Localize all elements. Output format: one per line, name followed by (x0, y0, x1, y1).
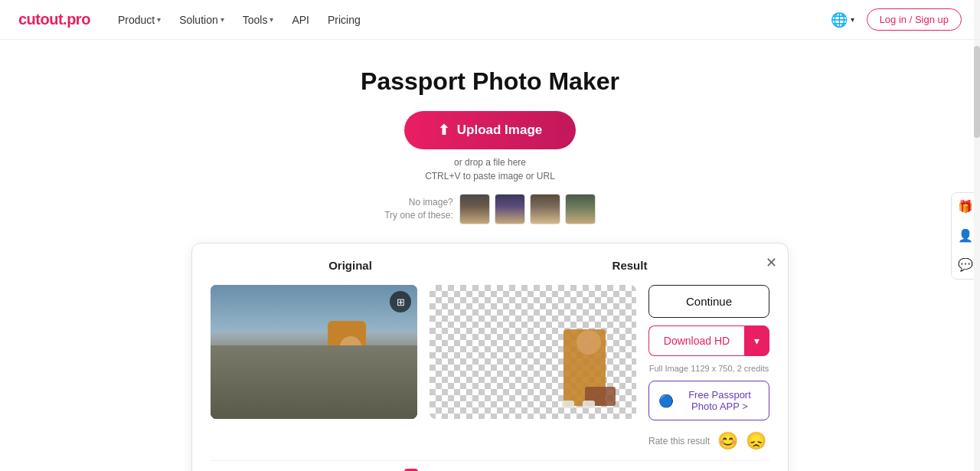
lang-chevron-icon: ▾ (851, 15, 854, 24)
happy-rate-icon[interactable]: 😊 (717, 431, 738, 451)
sad-rate-icon[interactable]: 😞 (746, 431, 766, 451)
road-element (291, 345, 337, 419)
passport-app-icon: 🔵 (658, 394, 674, 408)
no-image-label: No image?Try one of these: (384, 196, 453, 222)
result-body: ⊞ Continue Download HD ▾ Full Image 1129… (211, 285, 769, 451)
original-header: Original (211, 259, 490, 273)
main-content: Passport Photo Maker ⬆ Upload Image or d… (0, 40, 980, 471)
nav-product-label: Product (118, 14, 155, 26)
upload-label: Upload Image (457, 123, 542, 138)
chevron-down-icon: ▾ (220, 15, 224, 24)
original-label: Original (328, 259, 372, 272)
nav-solution[interactable]: Solution ▾ (179, 14, 224, 26)
original-photo (211, 285, 417, 419)
result-panel: ✕ Original Result (191, 243, 789, 471)
passport-app-button[interactable]: 🔵 Free Passport Photo APP > (648, 381, 769, 420)
credits-text: Full Image 1129 x 750, 2 credits (648, 364, 769, 373)
scrollbar-thumb[interactable] (974, 46, 980, 138)
scrollbar-track (974, 0, 980, 471)
result-image (430, 285, 636, 419)
nav-pricing[interactable]: Pricing (328, 14, 361, 26)
original-image: ⊞ (211, 285, 417, 419)
logo[interactable]: cutout.pro (18, 11, 90, 28)
side-actions: Continue Download HD ▾ Full Image 1129 x… (648, 285, 769, 451)
sky-element (211, 285, 417, 332)
rate-section: Rate this result 😊 😞 (648, 431, 769, 451)
logo-text-main: cutout (18, 11, 63, 28)
upload-button[interactable]: ⬆ Upload Image (404, 111, 576, 149)
nav-tools[interactable]: Tools ▾ (243, 14, 274, 26)
ground-element (211, 345, 417, 419)
sample-image-3[interactable] (530, 194, 560, 224)
result-header-col: Result (490, 259, 769, 273)
nav-tools-label: Tools (243, 14, 268, 26)
cutout-shoe1 (583, 401, 595, 408)
result-header: Original Result (211, 259, 769, 273)
continue-button[interactable]: Continue (648, 285, 769, 318)
download-hd-button[interactable]: Download HD (648, 325, 744, 356)
nav-pricing-label: Pricing (328, 14, 361, 26)
close-button[interactable]: ✕ (766, 254, 777, 271)
language-selector[interactable]: 🌐 ▾ (831, 11, 854, 28)
nav-product[interactable]: Product ▾ (118, 14, 161, 26)
result-footer: 📷 Professional Studio Photo Maker > (211, 460, 769, 471)
chevron-down-icon: ▾ (157, 15, 161, 24)
logo-text-pro: pro (67, 11, 90, 28)
navbar: cutout.pro Product ▾ Solution ▾ Tools ▾ … (0, 0, 980, 40)
translate-icon: 🌐 (831, 11, 848, 28)
nav-solution-label: Solution (179, 14, 218, 26)
sample-row: No image?Try one of these: (384, 194, 596, 224)
figure-head (340, 336, 361, 358)
sample-image-1[interactable] (459, 194, 490, 224)
chevron-down-icon: ▾ (270, 15, 273, 24)
nav-right: 🌐 ▾ Log in / Sign up (831, 8, 962, 31)
crop-icon[interactable]: ⊞ (390, 291, 411, 312)
login-button[interactable]: Log in / Sign up (867, 8, 962, 31)
upload-icon: ⬆ (438, 122, 449, 139)
drop-hint: or drop a file here (454, 157, 526, 168)
passport-app-label: Free Passport Photo APP > (680, 389, 760, 412)
nav-api[interactable]: API (292, 14, 309, 26)
cutout-head (577, 330, 601, 355)
rate-label: Rate this result (648, 436, 710, 446)
nav-links: Product ▾ Solution ▾ Tools ▾ API Pricing (118, 14, 831, 26)
figure-body (328, 321, 366, 390)
sample-images (459, 194, 596, 224)
paste-hint: CTRL+V to paste image or URL (425, 171, 555, 182)
road-element-2 (293, 345, 335, 419)
result-label: Result (612, 259, 648, 272)
nav-api-label: API (292, 14, 309, 26)
sample-image-4[interactable] (565, 194, 596, 224)
cutout-shoe2 (562, 401, 574, 408)
download-row: Download HD ▾ (648, 325, 769, 356)
page-title: Passport Photo Maker (361, 67, 619, 96)
download-dropdown-button[interactable]: ▾ (744, 325, 769, 356)
sample-image-2[interactable] (495, 194, 525, 224)
